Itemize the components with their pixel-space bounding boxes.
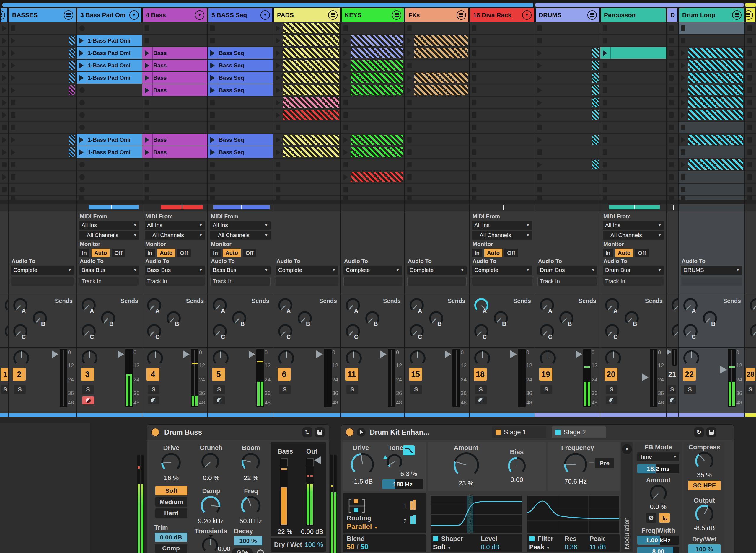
track-header[interactable]: Percusson xyxy=(600,8,666,22)
track-header[interactable] xyxy=(745,8,756,22)
arm-button[interactable] xyxy=(475,396,487,404)
output-channel-box[interactable] xyxy=(344,277,402,286)
pan-knob[interactable] xyxy=(13,350,29,366)
clip-slot[interactable] xyxy=(341,60,404,71)
clip[interactable] xyxy=(351,147,403,157)
clip-slot[interactable] xyxy=(0,109,8,121)
clip[interactable] xyxy=(283,73,339,83)
clip-slot[interactable] xyxy=(208,22,273,34)
clip-slot[interactable] xyxy=(469,146,534,158)
clip-slot[interactable] xyxy=(405,159,469,170)
boom-value[interactable]: 22 % xyxy=(233,474,269,482)
clip[interactable]: Bass Seq xyxy=(208,134,273,146)
track-dropdown-icon[interactable]: ▼ xyxy=(260,10,270,20)
res-value[interactable]: 0.36 xyxy=(564,543,577,551)
output-channel-box[interactable]: Track In xyxy=(537,277,597,286)
monitor-auto-button[interactable]: Auto xyxy=(615,249,633,257)
clip-slot[interactable] xyxy=(274,84,341,96)
routing-dropdown[interactable]: Complete▼ xyxy=(276,266,338,274)
clip-slot[interactable] xyxy=(667,97,678,108)
clip[interactable] xyxy=(351,73,403,83)
clip-slot[interactable] xyxy=(208,171,273,183)
clip-slot[interactable] xyxy=(600,84,666,96)
clip-slot[interactable] xyxy=(469,97,534,108)
clip[interactable]: 1-Bass Pad Omi xyxy=(77,134,142,146)
track-number[interactable]: 21 xyxy=(667,368,677,381)
compress-knob[interactable] xyxy=(695,452,713,470)
clip-slot[interactable] xyxy=(208,122,273,133)
clip-slot[interactable] xyxy=(469,171,534,183)
clip-slot[interactable] xyxy=(667,171,678,183)
clip[interactable] xyxy=(688,135,743,145)
level-meter[interactable] xyxy=(672,349,677,366)
clip-slot[interactable] xyxy=(405,72,469,84)
clip-slot[interactable] xyxy=(535,72,600,84)
clip-slot[interactable] xyxy=(745,171,756,183)
clip-slot[interactable] xyxy=(142,35,207,46)
clip-slot[interactable] xyxy=(274,122,341,133)
frequency-value[interactable]: 70.6 Hz xyxy=(559,478,592,485)
freq-value[interactable]: 50.0 Hz xyxy=(232,517,270,525)
track-menu-icon[interactable] xyxy=(392,10,401,20)
monitor-in-button[interactable]: In xyxy=(472,249,482,257)
clip[interactable] xyxy=(283,48,339,58)
clip-slot[interactable] xyxy=(0,146,8,158)
clip-slot[interactable] xyxy=(469,60,534,71)
clip-slot[interactable] xyxy=(405,84,469,96)
level-meter[interactable] xyxy=(583,349,591,407)
clip-slot[interactable] xyxy=(208,196,273,200)
boom-listen-icon[interactable] xyxy=(256,549,264,553)
pre-button[interactable]: Pre xyxy=(595,458,614,468)
clip-slot[interactable] xyxy=(667,134,678,146)
clip-slot[interactable] xyxy=(0,171,8,183)
crunch-value[interactable]: 0.0 % xyxy=(192,474,230,482)
clip-slot[interactable] xyxy=(535,122,600,133)
track-menu-icon[interactable] xyxy=(732,10,742,20)
shaper-mode-dropdown[interactable]: Soft ▼ xyxy=(433,543,451,551)
clip-slot[interactable] xyxy=(9,84,76,96)
clip[interactable]: Bass xyxy=(142,72,207,84)
level-meter[interactable] xyxy=(125,349,133,407)
monitor-auto-button[interactable]: Auto xyxy=(91,249,109,257)
clip[interactable]: 1-Bass Pad Omi xyxy=(77,146,142,158)
clip[interactable]: Bass xyxy=(142,146,207,158)
pan-knob[interactable] xyxy=(409,350,426,366)
clip-slot[interactable] xyxy=(77,171,142,183)
clip-slot[interactable] xyxy=(142,159,207,170)
clip[interactable]: Bass Seq xyxy=(208,47,273,59)
routing-dropdown[interactable]: Bass Bus▼ xyxy=(210,266,271,274)
output-channel-box[interactable]: Track In xyxy=(210,277,271,286)
filter-graph[interactable] xyxy=(527,495,620,533)
clip-slot[interactable] xyxy=(274,97,341,108)
clip-slot[interactable] xyxy=(667,22,678,34)
peak-value[interactable]: 11 dB xyxy=(590,543,606,551)
routing-dropdown[interactable]: All Channels▼ xyxy=(79,231,139,240)
clip-slot[interactable] xyxy=(142,184,207,195)
clip-slot[interactable] xyxy=(341,159,404,170)
clip-slot[interactable] xyxy=(679,22,745,34)
clip-slot[interactable] xyxy=(405,47,469,59)
output-knob[interactable] xyxy=(695,505,713,523)
monitor-auto-button[interactable]: Auto xyxy=(157,249,175,257)
enh-drive-knob[interactable] xyxy=(351,453,374,476)
routing-dropdown[interactable]: Complete▼ xyxy=(344,266,402,274)
arm-button[interactable] xyxy=(213,396,225,404)
track-dropdown-icon[interactable]: ▼ xyxy=(522,10,532,20)
compress-value[interactable]: 35 % xyxy=(684,471,725,479)
clip-slot[interactable] xyxy=(600,35,666,46)
clip[interactable] xyxy=(283,35,339,46)
pan-knob[interactable] xyxy=(213,350,229,366)
save-preset-icon[interactable] xyxy=(315,427,325,437)
clip-slot[interactable] xyxy=(0,35,8,46)
monitor-in-button[interactable]: In xyxy=(79,249,89,257)
enh-drive-value[interactable]: -1.5 dB xyxy=(346,478,379,485)
clip-slot[interactable] xyxy=(77,97,142,108)
clip-slot[interactable] xyxy=(274,134,341,146)
routing-dropdown[interactable]: All Ins▼ xyxy=(79,221,139,230)
clip[interactable]: 1-Bass Pad Omi xyxy=(77,35,142,46)
fb-amount-value[interactable]: 0.0 % xyxy=(634,503,682,511)
solo-button[interactable]: S xyxy=(148,385,159,394)
track-header[interactable]: 3 Bass Pad Om▼ xyxy=(77,8,142,22)
volume-fader-handle[interactable] xyxy=(183,350,190,358)
clip[interactable] xyxy=(688,110,743,120)
